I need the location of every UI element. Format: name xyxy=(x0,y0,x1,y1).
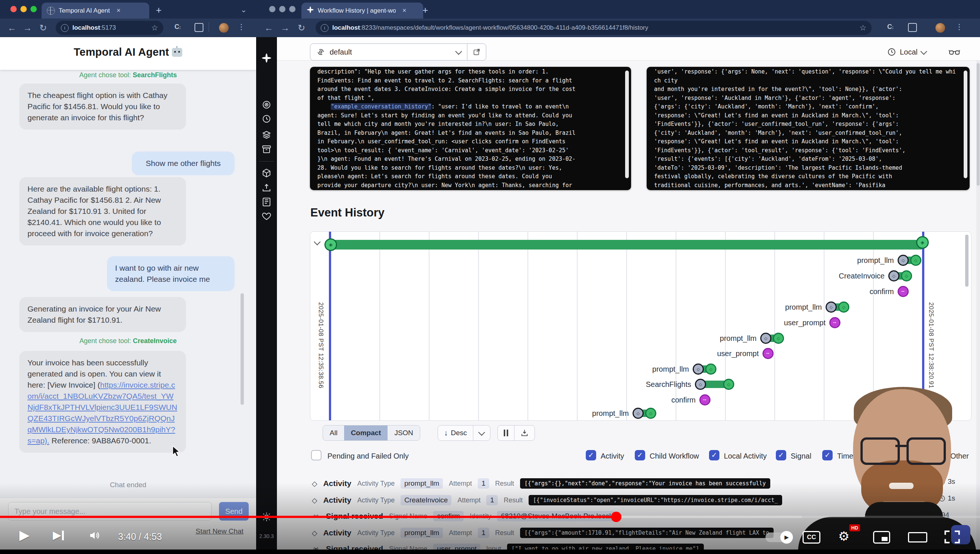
video-progress-played[interactable] xyxy=(0,516,616,518)
site-info-icon[interactable]: i xyxy=(61,24,69,32)
minimize-window-button[interactable] xyxy=(21,6,27,12)
namespace-select[interactable]: default xyxy=(310,44,467,60)
code-scrollbar[interactable] xyxy=(625,70,629,178)
video-volume-icon[interactable] xyxy=(88,530,101,543)
timeline-signal-node[interactable]: •• xyxy=(762,348,773,359)
schedules-nav-icon[interactable] xyxy=(261,114,272,124)
extension-c-icon[interactable]: C: xyxy=(175,23,181,31)
new-tab-button[interactable]: + xyxy=(156,5,161,16)
sort-desc-button[interactable]: ↓Desc xyxy=(438,425,473,440)
video-play-button[interactable]: ▶ xyxy=(19,527,30,543)
bookmark-star-icon[interactable]: ☆ xyxy=(859,23,866,32)
download-history-button[interactable] xyxy=(514,425,535,440)
profile-avatar[interactable] xyxy=(219,23,229,33)
bookmark-star-icon[interactable]: ☆ xyxy=(151,23,158,32)
sort-options-chevron-button[interactable] xyxy=(473,425,490,440)
minimize-window-button[interactable] xyxy=(279,6,285,12)
timeline-activity-start-node[interactable]: ◇ xyxy=(888,270,899,282)
timeline-activity-end-node[interactable]: ◇ xyxy=(723,379,734,390)
timeline-signal-node[interactable]: •• xyxy=(699,394,711,406)
zoom-window-button[interactable] xyxy=(30,6,37,12)
workflow-start-node[interactable]: ◈ xyxy=(325,239,337,251)
labs-glasses-icon[interactable] xyxy=(949,48,960,59)
timeline-activity-end-node[interactable]: ◇ xyxy=(773,333,784,344)
back-icon[interactable]: ← xyxy=(8,23,16,33)
open-namespace-button[interactable] xyxy=(467,44,486,60)
timeline-activity-end-node[interactable]: ◇ xyxy=(838,301,850,313)
forward-icon[interactable]: → xyxy=(23,23,32,33)
forward-icon[interactable]: → xyxy=(281,23,290,33)
extensions-puzzle-icon[interactable] xyxy=(194,23,204,32)
close-window-button[interactable] xyxy=(269,6,275,12)
view-json-button[interactable]: JSON xyxy=(388,425,420,440)
view-compact-button[interactable]: Compact xyxy=(344,425,388,440)
page-scrollbar-thumb[interactable] xyxy=(977,63,980,186)
zoom-window-button[interactable] xyxy=(289,6,296,12)
profile-avatar[interactable] xyxy=(935,23,945,33)
new-tab-button[interactable]: + xyxy=(422,5,428,16)
timeline-activity-start-node[interactable]: ◇ xyxy=(693,363,704,375)
timeline-collapse-chevron-icon[interactable] xyxy=(315,239,320,246)
video-captions-button[interactable]: CC xyxy=(803,531,820,544)
archive-nav-icon[interactable] xyxy=(261,144,272,154)
feedback-heart-nav-icon[interactable] xyxy=(261,211,272,221)
video-next-button[interactable]: ▶ xyxy=(53,529,64,541)
pending-failed-checkbox[interactable] xyxy=(311,450,321,460)
timeline-activity-start-node[interactable]: ◇ xyxy=(897,255,909,266)
timeline-signal-node[interactable]: •• xyxy=(897,286,909,297)
pause-updates-button[interactable] xyxy=(498,425,514,440)
timeline-activity-end-node[interactable]: ◇ xyxy=(645,408,656,419)
extensions-puzzle-icon[interactable] xyxy=(908,23,917,32)
timeline-activity-start-node[interactable]: ◇ xyxy=(695,379,706,390)
close-tab-icon[interactable]: × xyxy=(402,7,406,14)
left-address-bar[interactable]: i localhost:5173 ☆ xyxy=(56,21,163,35)
tab-workflow-history[interactable]: Workflow History | agent-wor × xyxy=(301,3,423,19)
video-settings-gear-icon[interactable]: ⚙ xyxy=(838,529,850,544)
reload-icon[interactable]: ↻ xyxy=(298,23,305,33)
timeline-scrollbar[interactable] xyxy=(965,235,969,287)
timezone-select[interactable]: Local xyxy=(887,48,926,56)
browser-menu-icon[interactable]: ⋮ xyxy=(237,22,245,31)
right-address-bar[interactable]: i localhost:8233/namespaces/default/work… xyxy=(315,21,872,35)
workflows-nav-icon[interactable] xyxy=(261,100,272,110)
filter-activity-checkbox[interactable]: ✓ xyxy=(586,450,596,460)
workflow-input-json-panel[interactable]: description": "Help the user gather args… xyxy=(310,67,631,190)
close-window-button[interactable] xyxy=(10,6,17,12)
video-autoplay-toggle[interactable]: ▶ xyxy=(765,532,792,542)
timeline-activity-start-node[interactable]: ◇ xyxy=(826,301,837,313)
extension-c-icon[interactable]: C: xyxy=(887,23,894,31)
view-all-button[interactable]: All xyxy=(323,425,344,440)
site-info-icon[interactable]: i xyxy=(321,24,329,32)
batch-nav-icon[interactable] xyxy=(261,129,272,140)
timeline-activity-end-node[interactable]: ◇ xyxy=(910,255,921,266)
invoice-link[interactable]: https://invoice.stripe.com/i/acct_1NBOLu… xyxy=(27,380,177,445)
video-scrubber-handle[interactable] xyxy=(611,512,621,522)
close-tab-icon[interactable]: × xyxy=(116,7,121,14)
tab-temporal-ai-agent[interactable]: Temporal AI Agent × xyxy=(41,3,149,19)
back-icon[interactable]: ← xyxy=(264,23,273,33)
video-progress-buffered[interactable] xyxy=(616,516,802,518)
reload-icon[interactable]: ↻ xyxy=(39,23,47,33)
video-fullscreen-button[interactable] xyxy=(944,530,960,545)
temporal-logo-icon[interactable] xyxy=(261,53,272,63)
namespaces-nav-icon[interactable] xyxy=(261,168,272,178)
filter-timer-checkbox[interactable]: ✓ xyxy=(822,450,833,460)
video-progress-remaining[interactable] xyxy=(802,516,980,518)
workflow-span-bar[interactable] xyxy=(330,240,923,250)
filter-signal-checkbox[interactable]: ✓ xyxy=(776,450,786,460)
chat-scrollbar[interactable] xyxy=(240,293,244,405)
filter-child-workflow-checkbox[interactable]: ✓ xyxy=(635,450,645,460)
import-nav-icon[interactable] xyxy=(261,183,272,193)
code-scrollbar[interactable] xyxy=(964,70,967,178)
timeline-activity-end-node[interactable]: ◇ xyxy=(901,270,912,282)
filter-local-activity-checkbox[interactable]: ✓ xyxy=(709,450,719,460)
timeline-activity-end-node[interactable]: ◇ xyxy=(705,363,716,375)
browser-menu-icon[interactable]: ⋮ xyxy=(956,22,963,31)
docs-nav-icon[interactable] xyxy=(261,197,272,207)
timeline-activity-start-node[interactable]: ◇ xyxy=(760,333,772,344)
workflow-end-node[interactable]: ◈ xyxy=(916,236,929,249)
tab-search-chevron-icon[interactable]: ⌄ xyxy=(240,5,247,14)
video-miniplayer-button[interactable] xyxy=(873,531,890,544)
timeline-activity-start-node[interactable]: ◇ xyxy=(633,408,644,419)
workflow-result-json-panel[interactable]: 'user', 'response': {'args': None, 'next… xyxy=(647,67,970,190)
